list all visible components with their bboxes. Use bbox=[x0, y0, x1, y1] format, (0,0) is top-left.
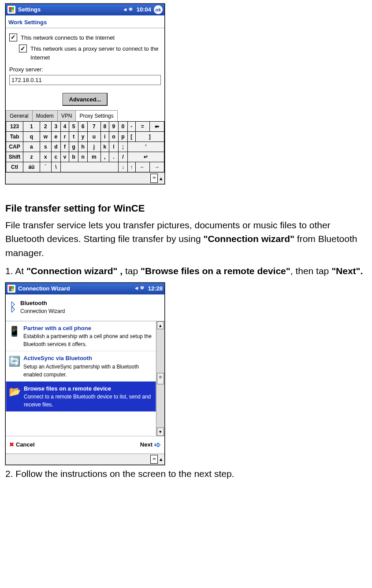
section-title: Work Settings bbox=[6, 15, 164, 28]
key-9[interactable]: 9 bbox=[109, 122, 118, 132]
tab-proxy[interactable]: Proxy Settings bbox=[75, 110, 117, 121]
volume-icon[interactable]: ◀᳂ bbox=[123, 5, 134, 15]
keyboard-toggle-icon[interactable]: ⌨ bbox=[150, 455, 158, 464]
key-e[interactable]: e bbox=[51, 132, 60, 142]
key-0[interactable]: 0 bbox=[118, 122, 127, 132]
key-6[interactable]: 6 bbox=[78, 122, 88, 132]
key-backspace[interactable]: ⬅ bbox=[150, 122, 164, 132]
key-w[interactable]: w bbox=[40, 132, 51, 142]
key-123[interactable]: 123 bbox=[6, 122, 23, 132]
key-space[interactable] bbox=[60, 162, 118, 172]
key-c[interactable]: c bbox=[51, 152, 60, 162]
key-7[interactable]: 7 bbox=[88, 122, 100, 132]
sip-bar: ⌨ ▴ bbox=[6, 172, 164, 184]
key-d[interactable]: d bbox=[51, 142, 60, 152]
key-1[interactable]: 1 bbox=[23, 122, 40, 132]
key-dash[interactable]: - bbox=[127, 122, 135, 132]
sip-bar: ⌨ ▴ bbox=[6, 454, 164, 465]
key-tab[interactable]: Tab bbox=[6, 132, 23, 142]
key-h[interactable]: h bbox=[78, 142, 88, 152]
wizard-item-activesync[interactable]: 🔄 ActiveSync via Bluetooth Setup an Acti… bbox=[6, 351, 156, 381]
key-backslash[interactable]: \ bbox=[51, 162, 60, 172]
key-g[interactable]: g bbox=[69, 142, 78, 152]
key-t[interactable]: t bbox=[69, 132, 78, 142]
key-s[interactable]: s bbox=[40, 142, 51, 152]
volume-icon[interactable]: ◀᳂ bbox=[135, 283, 145, 294]
key-5[interactable]: 5 bbox=[69, 122, 78, 132]
tab-vpn[interactable]: VPN bbox=[57, 110, 76, 121]
key-cap[interactable]: CAP bbox=[6, 142, 23, 152]
next-button[interactable]: Next ➪ bbox=[140, 439, 161, 451]
check-proxy-label: This network uses a proxy server to conn… bbox=[30, 45, 161, 62]
key-l[interactable]: l bbox=[109, 142, 118, 152]
key-4[interactable]: 4 bbox=[60, 122, 69, 132]
key-z[interactable]: z bbox=[23, 152, 40, 162]
key-down[interactable]: ↓ bbox=[118, 162, 127, 172]
proxy-server-input[interactable] bbox=[9, 75, 161, 85]
bluetooth-icon: ᛒ bbox=[9, 298, 17, 316]
tab-modem[interactable]: Modem bbox=[32, 110, 58, 121]
doc-heading: File transfer setting for WinCE bbox=[5, 201, 367, 216]
key-2[interactable]: 2 bbox=[40, 122, 51, 132]
scroll-thumb[interactable]: ≡ bbox=[157, 373, 164, 384]
key-apos[interactable]: ' bbox=[127, 142, 164, 152]
check-internet-label: This network connects to the Internet bbox=[21, 33, 115, 42]
key-k[interactable]: k bbox=[100, 142, 109, 152]
key-enter[interactable]: ↵ bbox=[127, 152, 164, 162]
wizard-button-bar: ✖ Cancel Next ➪ bbox=[6, 436, 164, 454]
keyboard-toggle-icon[interactable]: ⌨ bbox=[150, 174, 158, 183]
checkbox-proxy[interactable]: ✓ bbox=[19, 45, 27, 52]
key-n[interactable]: n bbox=[78, 152, 88, 162]
key-slash[interactable]: / bbox=[118, 152, 127, 162]
key-a[interactable]: a bbox=[23, 142, 40, 152]
key-o[interactable]: o bbox=[109, 132, 118, 142]
key-eq[interactable]: = bbox=[135, 122, 150, 132]
titlebar-clock: 10:04 bbox=[137, 5, 151, 14]
key-3[interactable]: 3 bbox=[51, 122, 60, 132]
advanced-button[interactable]: Advanced... bbox=[63, 93, 108, 106]
key-right[interactable]: → bbox=[150, 162, 164, 172]
key-v[interactable]: v bbox=[60, 152, 69, 162]
soft-keyboard[interactable]: 123 1 2 3 4 5 6 7 8 9 0 - = ⬅ Tab q w e … bbox=[6, 121, 164, 172]
sip-up-icon[interactable]: ▴ bbox=[160, 455, 163, 464]
key-lbrack[interactable]: [ bbox=[127, 132, 135, 142]
key-intl[interactable]: áü bbox=[23, 162, 40, 172]
key-rbrack[interactable]: ] bbox=[135, 132, 164, 142]
key-left[interactable]: ← bbox=[135, 162, 150, 172]
key-comma[interactable]: , bbox=[100, 152, 109, 162]
start-logo-icon[interactable] bbox=[7, 6, 15, 14]
titlebar-clock: 12:28 bbox=[148, 284, 163, 293]
key-shift[interactable]: Shift bbox=[6, 152, 23, 162]
key-b[interactable]: b bbox=[69, 152, 78, 162]
wizard-scrollbar[interactable]: ▴ ≡ ▾ bbox=[156, 321, 164, 436]
key-m[interactable]: m bbox=[88, 152, 100, 162]
ok-button[interactable]: ok bbox=[154, 5, 163, 14]
key-grave[interactable]: ` bbox=[40, 162, 51, 172]
wizard-item-cellphone[interactable]: 📱 Partner with a cell phone Establish a … bbox=[6, 321, 156, 351]
key-r[interactable]: r bbox=[60, 132, 69, 142]
key-8[interactable]: 8 bbox=[100, 122, 109, 132]
key-i[interactable]: i bbox=[100, 132, 109, 142]
tab-general[interactable]: General bbox=[6, 110, 33, 121]
scroll-up-icon[interactable]: ▴ bbox=[157, 321, 164, 330]
wizard-header: ᛒ Bluetooth Connection Wizard bbox=[6, 294, 164, 321]
checkbox-internet[interactable]: ✓ bbox=[9, 33, 17, 41]
key-q[interactable]: q bbox=[23, 132, 40, 142]
key-p[interactable]: p bbox=[118, 132, 127, 142]
key-semi[interactable]: ; bbox=[118, 142, 127, 152]
key-ctl[interactable]: Ctl bbox=[6, 162, 23, 172]
start-logo-icon[interactable] bbox=[7, 285, 15, 293]
sip-up-icon[interactable]: ▴ bbox=[160, 174, 163, 183]
key-f[interactable]: f bbox=[60, 142, 69, 152]
key-y[interactable]: y bbox=[78, 132, 88, 142]
proxy-server-label: Proxy server: bbox=[9, 65, 161, 74]
check-proxy-row: ✓ This network uses a proxy server to co… bbox=[19, 45, 161, 62]
key-j[interactable]: j bbox=[88, 142, 100, 152]
wizard-item-browse-files[interactable]: 📂 Browse files on a remote device Connec… bbox=[6, 381, 156, 412]
scroll-down-icon[interactable]: ▾ bbox=[157, 428, 164, 436]
key-u[interactable]: u bbox=[88, 132, 100, 142]
key-dot[interactable]: . bbox=[109, 152, 118, 162]
cancel-button[interactable]: ✖ Cancel bbox=[9, 439, 35, 451]
key-up[interactable]: ↑ bbox=[127, 162, 135, 172]
key-x[interactable]: x bbox=[40, 152, 51, 162]
